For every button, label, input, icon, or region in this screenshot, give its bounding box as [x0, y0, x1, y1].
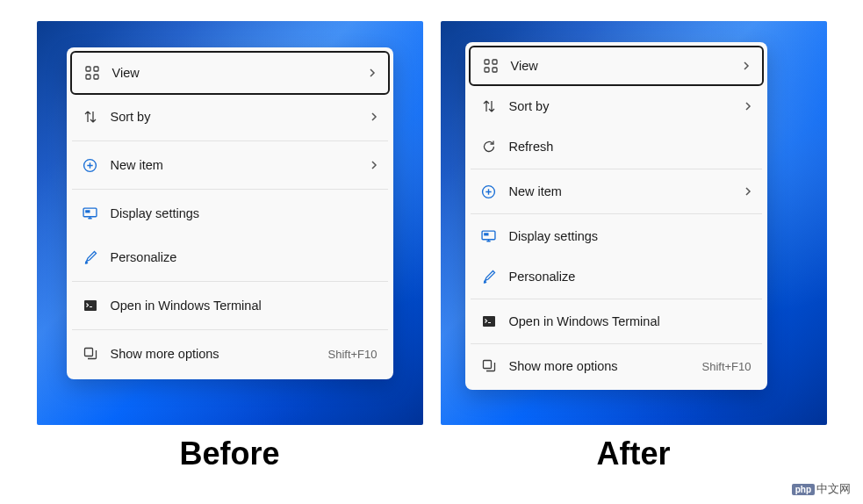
svg-rect-9 — [485, 60, 489, 64]
menu-item-label: New item — [509, 184, 744, 198]
menu-separator — [471, 343, 762, 344]
menu-item-display-settings[interactable]: Display settings — [469, 216, 764, 256]
menu-item-label: Sort by — [111, 110, 370, 124]
menu-item-shortcut: Shift+F10 — [327, 348, 377, 361]
menu-item-label: Display settings — [509, 229, 752, 243]
svg-rect-6 — [85, 210, 90, 212]
after-panel: ViewSort byRefreshNew itemDisplay settin… — [441, 21, 827, 472]
menu-separator — [471, 169, 762, 169]
watermark: php 中文网 — [787, 479, 856, 499]
svg-rect-2 — [86, 75, 90, 79]
chevron-right-icon — [370, 112, 378, 122]
watermark-badge: php — [792, 484, 815, 495]
svg-rect-3 — [94, 75, 98, 79]
svg-rect-16 — [483, 316, 495, 327]
grid-icon — [483, 58, 499, 74]
menu-separator — [72, 189, 388, 190]
svg-rect-11 — [485, 68, 489, 72]
menu-item-sort-by[interactable]: Sort by — [70, 95, 390, 139]
menu-separator — [471, 299, 762, 299]
sort-icon — [481, 98, 497, 114]
display-icon — [83, 205, 98, 221]
display-icon — [481, 228, 497, 244]
menu-separator — [72, 329, 388, 330]
menu-item-label: New item — [111, 158, 370, 172]
menu-item-label: Personalize — [509, 270, 752, 284]
menu-item-label: Show more options — [509, 359, 695, 373]
menu-separator — [72, 140, 388, 141]
svg-rect-17 — [483, 361, 491, 369]
desktop-background: ViewSort byNew itemDisplay settingsPerso… — [37, 21, 423, 425]
svg-rect-10 — [493, 60, 497, 64]
chevron-right-icon — [744, 101, 752, 112]
more-options-icon — [83, 346, 98, 362]
before-panel: ViewSort byNew itemDisplay settingsPerso… — [37, 21, 423, 472]
svg-rect-1 — [94, 67, 98, 71]
menu-item-refresh[interactable]: Refresh — [469, 126, 764, 167]
context-menu-before: ViewSort byNew itemDisplay settingsPerso… — [67, 47, 393, 379]
grid-icon — [84, 65, 100, 81]
plus-circle-icon — [83, 157, 98, 173]
menu-item-label: View — [511, 59, 743, 73]
menu-item-label: Refresh — [509, 140, 752, 154]
context-menu-after: ViewSort byRefreshNew itemDisplay settin… — [465, 42, 767, 390]
menu-item-show-more-options[interactable]: Show more optionsShift+F10 — [469, 346, 764, 386]
menu-separator — [72, 281, 388, 282]
svg-rect-15 — [484, 233, 488, 235]
plus-circle-icon — [481, 184, 497, 199]
chevron-right-icon — [743, 61, 750, 71]
menu-item-label: Personalize — [111, 250, 378, 264]
menu-item-shortcut: Shift+F10 — [701, 360, 751, 373]
brush-icon — [83, 249, 98, 265]
before-caption: Before — [179, 436, 279, 472]
sort-icon — [83, 109, 98, 125]
menu-item-label: Display settings — [111, 206, 378, 220]
menu-item-open-in-windows-terminal[interactable]: Open in Windows Terminal — [70, 284, 390, 328]
after-caption: After — [596, 436, 670, 472]
terminal-icon — [481, 313, 497, 329]
menu-item-new-item[interactable]: New item — [469, 171, 764, 212]
svg-rect-7 — [84, 300, 97, 311]
terminal-icon — [83, 298, 98, 313]
menu-item-personalize[interactable]: Personalize — [469, 256, 764, 297]
menu-item-view[interactable]: View — [70, 51, 390, 95]
menu-item-personalize[interactable]: Personalize — [70, 235, 390, 279]
menu-item-view[interactable]: View — [469, 46, 764, 86]
menu-separator — [471, 213, 762, 214]
menu-item-open-in-windows-terminal[interactable]: Open in Windows Terminal — [469, 301, 764, 342]
refresh-icon — [481, 139, 497, 155]
more-options-icon — [481, 358, 497, 374]
svg-rect-8 — [84, 349, 92, 356]
watermark-text: 中文网 — [816, 481, 851, 497]
chevron-right-icon — [744, 186, 752, 197]
menu-item-new-item[interactable]: New item — [70, 143, 390, 187]
chevron-right-icon — [369, 68, 376, 78]
menu-item-show-more-options[interactable]: Show more optionsShift+F10 — [70, 332, 390, 376]
menu-item-label: Show more options — [111, 347, 321, 361]
svg-rect-0 — [86, 67, 90, 71]
chevron-right-icon — [370, 160, 378, 170]
menu-item-sort-by[interactable]: Sort by — [469, 86, 764, 126]
menu-item-label: View — [112, 66, 369, 80]
menu-item-label: Open in Windows Terminal — [509, 314, 752, 328]
brush-icon — [481, 269, 497, 284]
menu-item-display-settings[interactable]: Display settings — [70, 191, 390, 235]
menu-item-label: Sort by — [509, 99, 744, 113]
svg-rect-12 — [493, 68, 497, 72]
menu-item-label: Open in Windows Terminal — [111, 299, 378, 313]
desktop-background: ViewSort byRefreshNew itemDisplay settin… — [441, 21, 827, 425]
